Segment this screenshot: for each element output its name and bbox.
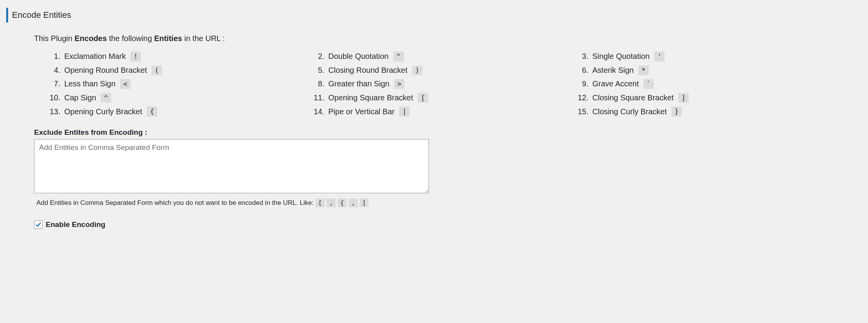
entity-item: 14.Pipe or Vertical Bar| <box>314 107 570 117</box>
entity-label: Greater than Sign <box>328 79 389 88</box>
enable-checkbox[interactable] <box>34 220 43 229</box>
entity-symbol: [ <box>418 93 428 103</box>
intro-text: This Plugin Encodes the following Entiti… <box>34 34 834 43</box>
entity-number: 4. <box>50 66 60 75</box>
entity-label: Grave Accent <box>592 79 639 88</box>
help-example-symbol: ] <box>360 198 369 207</box>
entity-symbol: ) <box>412 65 423 76</box>
entity-item: 8.Greater than Sign> <box>314 79 570 89</box>
entity-item: 15.Closing Curly Bracket} <box>578 107 834 117</box>
help-prefix: Add Entities in Comma Separated Form whi… <box>36 199 316 206</box>
entity-item: 3.Single Quotation' <box>578 52 834 62</box>
help-example-symbol: { <box>338 198 347 207</box>
help-example-symbol: [ <box>316 198 325 207</box>
entity-number: 14. <box>314 107 324 116</box>
entity-number: 10. <box>50 93 60 102</box>
intro-bold-entities: Entities <box>154 34 182 43</box>
help-examples: [ , { , ] <box>316 199 369 206</box>
entity-symbol: < <box>120 79 130 89</box>
entity-number: 9. <box>578 79 588 88</box>
entity-item: 2.Double Quotation" <box>314 52 570 62</box>
help-example-symbol: , <box>348 198 358 207</box>
entity-number: 12. <box>578 93 588 102</box>
entity-label: Asterik Sign <box>592 66 634 75</box>
entity-label: Closing Square Bracket <box>592 93 674 102</box>
entity-item: 5.Closing Round Bracket) <box>314 65 570 76</box>
entity-number: 15. <box>578 107 588 116</box>
entity-label: Opening Round Bracket <box>64 66 147 75</box>
entity-symbol: * <box>638 65 649 76</box>
enable-label: Enable Encoding <box>46 220 105 229</box>
entity-number: 1. <box>50 52 60 61</box>
enable-row: Enable Encoding <box>34 220 834 229</box>
entity-symbol: ] <box>678 93 689 103</box>
entity-symbol: " <box>393 52 404 62</box>
exclude-textarea[interactable] <box>34 139 429 193</box>
intro-suffix: in the URL : <box>182 34 225 43</box>
entity-label: Exclamation Mark <box>64 52 126 61</box>
entity-item: 4.Opening Round Bracket( <box>50 65 306 76</box>
entity-number: 13. <box>50 107 60 116</box>
content: This Plugin Encodes the following Entiti… <box>0 34 868 241</box>
entity-label: Less than Sign <box>64 79 115 88</box>
entity-item: 6.Asterik Sign* <box>578 65 834 76</box>
entity-number: 11. <box>314 93 324 102</box>
entity-number: 3. <box>578 52 588 61</box>
entity-number: 6. <box>578 66 588 75</box>
entity-number: 5. <box>314 66 324 75</box>
exclude-help: Add Entities in Comma Separated Form whi… <box>34 198 834 207</box>
entity-list: 1.Exclamation Mark!2.Double Quotation"3.… <box>34 52 834 117</box>
entity-label: Pipe or Vertical Bar <box>328 107 395 116</box>
entity-item: 1.Exclamation Mark! <box>50 52 306 62</box>
entity-symbol: ^ <box>101 93 111 103</box>
entity-item: 13.Opening Curly Bracket{ <box>50 107 306 117</box>
entity-item: 9.Grave Accent` <box>578 79 834 89</box>
entity-symbol: ' <box>654 52 665 62</box>
entity-label: Opening Square Bracket <box>328 93 413 102</box>
entity-item: 11.Opening Square Bracket[ <box>314 93 570 103</box>
entity-symbol: ` <box>643 79 654 89</box>
entity-symbol: ! <box>130 52 141 62</box>
entity-label: Cap Sign <box>64 93 96 102</box>
entity-item: 7.Less than Sign< <box>50 79 306 89</box>
entity-label: Opening Curly Bracket <box>64 107 142 116</box>
intro-bold-encodes: Encodes <box>75 34 107 43</box>
entity-label: Single Quotation <box>592 52 650 61</box>
intro-prefix: This Plugin <box>34 34 75 43</box>
entity-label: Double Quotation <box>328 52 389 61</box>
exclude-label: Exclude Entites from Encoding : <box>34 128 834 137</box>
entity-item: 12.Closing Square Bracket] <box>578 93 834 103</box>
entity-symbol: | <box>399 107 410 117</box>
entity-label: Closing Curly Bracket <box>592 107 667 116</box>
entity-number: 7. <box>50 79 60 88</box>
section-heading: Encode Entities <box>6 8 868 22</box>
entity-symbol: ( <box>151 65 162 76</box>
entity-symbol: { <box>147 107 157 117</box>
help-example-symbol: , <box>326 198 336 207</box>
intro-mid: the following <box>107 34 154 43</box>
entity-item: 10.Cap Sign^ <box>50 93 306 103</box>
entity-symbol: } <box>671 107 682 117</box>
check-icon <box>35 222 41 228</box>
entity-label: Closing Round Bracket <box>328 66 408 75</box>
entity-number: 8. <box>314 79 324 88</box>
entity-symbol: > <box>394 79 405 89</box>
entity-number: 2. <box>314 52 324 61</box>
